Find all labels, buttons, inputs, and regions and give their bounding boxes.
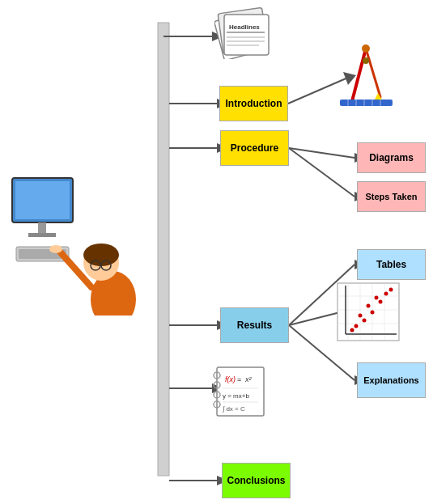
svg-point-71 <box>371 311 375 315</box>
results-node: Results <box>220 307 289 343</box>
formula-icon: f(x) = x² y = mx+b ∫ dx = C <box>213 366 278 418</box>
svg-rect-26 <box>15 181 70 219</box>
person-at-computer <box>4 146 146 316</box>
diagrams-label: Diagrams <box>369 152 414 163</box>
svg-text:∫ dx = C: ∫ dx = C <box>222 405 245 413</box>
diagram-container: Headlines Introduction Procedure Diagram… <box>0 0 433 504</box>
svg-rect-27 <box>38 222 46 235</box>
conclusions-label: Conclusions <box>227 475 285 486</box>
procedure-label: Procedure <box>231 142 278 154</box>
tables-node: Tables <box>357 249 426 280</box>
svg-rect-58 <box>337 283 399 341</box>
steps-taken-node: Steps Taken <box>357 181 426 212</box>
svg-rect-28 <box>28 233 56 237</box>
svg-point-38 <box>49 245 62 253</box>
svg-point-69 <box>363 319 367 323</box>
svg-line-48 <box>366 49 380 97</box>
svg-point-70 <box>359 314 363 318</box>
tables-label: Tables <box>376 259 406 270</box>
svg-text:Headlines: Headlines <box>229 23 260 31</box>
steps-taken-label: Steps Taken <box>366 192 418 201</box>
svg-text:=: = <box>237 375 241 383</box>
svg-text:y = mx+b: y = mx+b <box>223 392 249 400</box>
results-label: Results <box>237 320 272 331</box>
explanations-node: Explanations <box>357 362 426 398</box>
introduction-node: Introduction <box>219 86 288 121</box>
svg-point-49 <box>362 44 370 53</box>
svg-point-72 <box>367 304 371 308</box>
svg-point-73 <box>379 300 383 304</box>
svg-rect-41 <box>224 15 269 55</box>
svg-point-75 <box>384 292 388 296</box>
procedure-node: Procedure <box>220 130 289 166</box>
newspaper-icon: Headlines <box>214 6 279 59</box>
svg-line-47 <box>352 49 366 101</box>
svg-point-77 <box>389 288 393 292</box>
svg-point-68 <box>354 324 359 328</box>
diagrams-node: Diagrams <box>357 142 426 173</box>
svg-line-15 <box>289 148 354 158</box>
introduction-label: Introduction <box>226 98 282 109</box>
conclusions-node: Conclusions <box>222 463 291 498</box>
svg-point-74 <box>375 296 379 300</box>
svg-line-17 <box>289 148 354 197</box>
svg-point-76 <box>350 328 354 332</box>
svg-text:f(x): f(x) <box>225 375 236 383</box>
svg-text:x²: x² <box>244 375 253 383</box>
svg-rect-0 <box>158 23 169 476</box>
explanations-label: Explanations <box>363 375 418 385</box>
svg-point-50 <box>363 57 369 64</box>
compass-icon <box>336 44 397 109</box>
scatterplot-icon <box>336 282 401 342</box>
svg-point-33 <box>83 244 119 266</box>
